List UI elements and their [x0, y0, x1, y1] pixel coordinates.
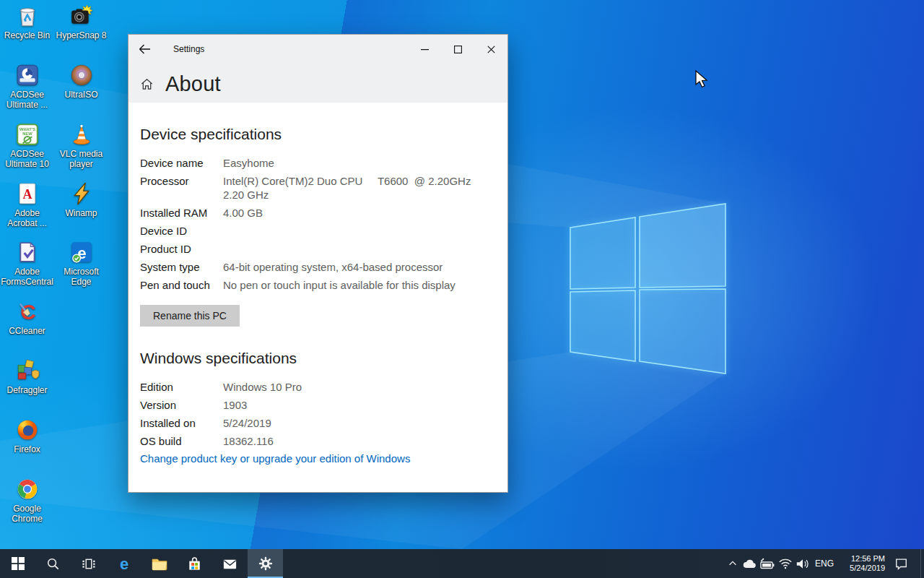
desktop-icon-defraggler[interactable]: Defraggler	[0, 358, 54, 395]
desktop-icon-adobe-formscentral[interactable]: Adobe FormsCentral	[0, 240, 54, 287]
store-icon	[186, 556, 203, 572]
rename-pc-button[interactable]: Rename this PC	[140, 305, 240, 327]
language-indicator[interactable]: ENG	[811, 558, 837, 569]
ultraiso-icon	[69, 63, 94, 87]
desktop-icon-google-chrome[interactable]: Google Chrome	[0, 477, 54, 524]
recycle-bin-icon	[15, 4, 40, 28]
clock-time: 12:56 PM	[837, 554, 885, 564]
page-title: About	[165, 72, 221, 96]
firefox-icon	[15, 418, 40, 442]
mail-icon	[222, 556, 238, 572]
desktop-icon-recycle-bin[interactable]: Recycle Bin	[0, 4, 54, 40]
ccleaner-icon: C	[15, 299, 40, 324]
speaker-icon	[796, 558, 810, 570]
spec-row: OS build18362.116	[140, 434, 496, 448]
change-product-key-link[interactable]: Change product key or upgrade your editi…	[140, 452, 496, 465]
battery-tray-button[interactable]	[758, 549, 777, 578]
desktop-icon-vlc[interactable]: VLC media player	[54, 122, 108, 169]
spec-label: Version	[140, 398, 223, 412]
mail-button[interactable]	[212, 549, 248, 578]
google-chrome-icon	[15, 477, 40, 501]
vlc-icon	[69, 122, 94, 147]
desktop-icon-acdsee-ultimate[interactable]: ACDSee Ultimate ...	[0, 63, 54, 110]
onedrive-tray-button[interactable]	[741, 549, 758, 578]
caption-buttons	[408, 35, 507, 64]
spec-label: Installed RAM	[140, 206, 223, 220]
desktop-icon-label: Firefox	[14, 444, 40, 454]
hidden-icons-button[interactable]	[725, 549, 741, 578]
acdsee-ultimate10-icon: WHAT'SNEW	[15, 122, 40, 147]
defraggler-icon	[15, 358, 40, 383]
taskbar-buttons: e	[0, 549, 283, 578]
minimize-icon	[421, 46, 429, 53]
action-center-button[interactable]	[888, 549, 914, 578]
settings-taskbar-button[interactable]	[248, 549, 283, 578]
wifi-tray-button[interactable]	[777, 549, 794, 578]
device-spec-rows: Device nameEasyhome ProcessorIntel(R) Co…	[140, 156, 496, 292]
show-desktop-button[interactable]	[920, 549, 924, 578]
close-icon	[487, 46, 495, 53]
spec-label: OS build	[140, 434, 223, 448]
desktop-icon-label: UltraISO	[64, 90, 97, 100]
microsoft-store-button[interactable]	[177, 549, 212, 578]
desktop-icon-firefox[interactable]: Firefox	[0, 418, 54, 454]
desktop-icon-adobe-acrobat[interactable]: A Adobe Acrobat ...	[0, 181, 54, 228]
spec-label: Device ID	[140, 224, 223, 238]
desktop-icon-label: Adobe Acrobat ...	[0, 208, 54, 228]
desktop-icon-hypersnap[interactable]: HyperSnap 8	[54, 4, 108, 40]
search-button[interactable]	[35, 549, 71, 578]
desktop-icon-label: Recycle Bin	[4, 30, 50, 40]
adobe-acrobat-icon: A	[15, 181, 40, 206]
home-icon[interactable]	[140, 77, 154, 91]
start-button[interactable]	[0, 549, 35, 578]
desktop-icon-winamp[interactable]: Winamp	[54, 181, 108, 218]
titlebar[interactable]: Settings	[128, 35, 507, 64]
desktop-icon-label: Adobe FormsCentral	[0, 267, 54, 287]
taskbar: e ENG 12:56 PM	[0, 549, 924, 578]
svg-text:e: e	[119, 555, 128, 572]
spec-label: Pen and touch	[140, 278, 223, 292]
minimize-button[interactable]	[408, 35, 441, 64]
onedrive-cloud-icon	[742, 558, 757, 569]
spec-row: System type64-bit operating system, x64-…	[140, 260, 496, 274]
desktop-icon-label: Winamp	[65, 208, 97, 218]
desktop-icon-microsoft-edge[interactable]: e Microsoft Edge	[54, 240, 108, 287]
clock[interactable]: 12:56 PM 5/24/2019	[837, 554, 888, 573]
spec-value: 64-bit operating system, x64-based proce…	[223, 260, 443, 274]
windows-start-icon	[12, 557, 25, 570]
desktop-icon-ccleaner[interactable]: C CCleaner	[0, 299, 54, 336]
spec-row: EditionWindows 10 Pro	[140, 380, 496, 394]
spec-label: Device name	[140, 156, 223, 170]
spec-label: System type	[140, 260, 223, 274]
spec-value: Windows 10 Pro	[223, 380, 302, 394]
spec-value: 5/24/2019	[223, 416, 271, 430]
desktop-icon-label: ACDSee Ultimate 10	[0, 149, 54, 169]
task-view-button[interactable]	[71, 549, 106, 578]
clock-date: 5/24/2019	[837, 564, 885, 573]
desktop-icon-label: CCleaner	[9, 326, 45, 336]
spec-value: 1903	[223, 398, 247, 412]
desktop-icon-ultraiso[interactable]: UltraISO	[54, 63, 108, 100]
desktop-icon-acdsee-ultimate-10[interactable]: WHAT'SNEW ACDSee Ultimate 10	[0, 122, 54, 169]
file-explorer-button[interactable]	[141, 549, 177, 578]
close-button[interactable]	[474, 35, 507, 64]
desktop-icon-label: Google Chrome	[0, 504, 54, 524]
task-view-icon	[82, 557, 96, 571]
action-center-icon	[894, 557, 908, 570]
windows-specifications-heading: Windows specifications	[140, 350, 496, 367]
back-arrow-icon	[139, 44, 151, 54]
spec-row: ProcessorIntel(R) Core(TM)2 Duo CPU T660…	[140, 174, 496, 202]
edge-icon: e	[116, 555, 133, 572]
about-header: About	[128, 72, 507, 96]
acdsee-ultimate-icon	[15, 63, 40, 87]
edge-taskbar-button[interactable]: e	[106, 549, 141, 578]
volume-tray-button[interactable]	[794, 549, 811, 578]
settings-page-body: Device specifications Device nameEasyhom…	[128, 103, 507, 492]
back-button[interactable]	[128, 35, 160, 64]
device-specifications-heading: Device specifications	[140, 126, 496, 143]
spec-row: Device ID	[140, 224, 496, 238]
window-title: Settings	[173, 44, 204, 54]
maximize-button[interactable]	[441, 35, 474, 64]
battery-charging-icon	[759, 556, 776, 571]
spec-value: Intel(R) Core(TM)2 Duo CPU T6600 @ 2.20G…	[223, 174, 471, 202]
